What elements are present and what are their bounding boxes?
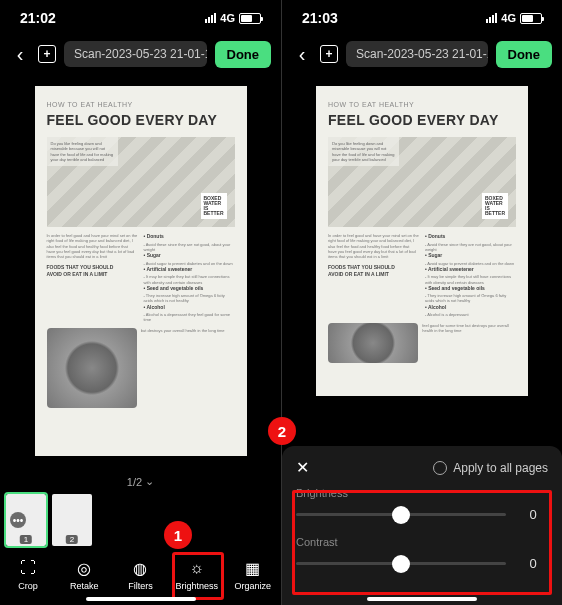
boxed-water-label: BOXED WATER IS BETTER [201,193,227,219]
retake-tool[interactable]: ◎Retake [59,558,109,591]
camera-icon: ◎ [74,558,94,578]
scanned-page: HOW TO EAT HEALTHY FEEL GOOD EVERY DAY D… [35,86,247,456]
document-preview[interactable]: HOW TO EAT HEALTHY FEEL GOOD EVERY DAY D… [282,72,562,446]
organize-icon: ▦ [243,558,263,578]
add-page-button[interactable]: + [320,45,338,63]
thumbnail-2[interactable]: 2 [52,494,92,546]
signal-icon [486,13,497,23]
apply-all-label: Apply to all pages [453,461,548,475]
back-button[interactable]: ‹ [292,43,312,66]
doc-subtitle: HOW TO EAT HEALTHY [328,100,516,109]
add-page-button[interactable]: + [38,45,56,63]
thumbnail-1[interactable]: ••• 1 [6,494,46,546]
thumbnail-strip: ••• 1 2 [0,490,281,550]
network-label: 4G [501,12,516,24]
scanned-page: HOW TO EAT HEALTHY FEEL GOOD EVERY DAY D… [316,86,528,396]
annotation-highlight-2 [292,490,552,595]
battery-icon [239,13,261,24]
annotation-badge-1: 1 [164,521,192,549]
status-time: 21:03 [302,10,338,26]
home-indicator[interactable] [86,597,196,601]
signal-icon [205,13,216,23]
filters-tool[interactable]: ◍Filters [115,558,165,591]
home-indicator[interactable] [367,597,477,601]
radio-icon [433,461,447,475]
status-indicators: 4G [205,12,261,24]
doc-subtitle: HOW TO EAT HEALTHY [47,100,235,109]
document-preview[interactable]: HOW TO EAT HEALTHY FEEL GOOD EVERY DAY D… [0,72,281,473]
back-button[interactable]: ‹ [10,43,30,66]
doc-title: FEEL GOOD EVERY DAY [328,111,516,129]
annotation-highlight-1 [172,552,224,600]
phone-right: 21:03 4G ‹ + Scan-2023-05-23 21-01-17 Do… [281,0,562,605]
doc-cup-image [47,328,137,408]
doc-title: FEEL GOOD EVERY DAY [47,111,235,129]
crop-icon: ⛶ [18,558,38,578]
top-bar: ‹ + Scan-2023-05-23 21-01-17 Done [0,36,281,72]
status-bar: 21:03 4G [282,0,562,36]
page-indicator[interactable]: 1/2⌄ [0,473,281,490]
doc-cup-image [328,323,418,363]
doc-hero-image: Do you like feeling down and miserable b… [328,137,516,227]
top-bar: ‹ + Scan-2023-05-23 21-01-17 Done [282,36,562,72]
crop-tool[interactable]: ⛶Crop [3,558,53,591]
brightness-panel: ✕ Apply to all pages Brightness 0 Contra… [282,446,562,605]
boxed-water-label: BOXED WATER IS BETTER [482,193,508,219]
chevron-down-icon: ⌄ [145,475,154,488]
status-time: 21:02 [20,10,56,26]
thumb-number: 1 [20,535,32,544]
thumb-number: 2 [66,535,78,544]
status-bar: 21:02 4G [0,0,281,36]
network-label: 4G [220,12,235,24]
status-indicators: 4G [486,12,542,24]
battery-icon [520,13,542,24]
done-button[interactable]: Done [496,41,553,68]
phone-left: 21:02 4G ‹ + Scan-2023-05-23 21-01-17 Do… [0,0,281,605]
thumbnail-menu-icon[interactable]: ••• [10,512,26,528]
document-title-field[interactable]: Scan-2023-05-23 21-01-17 [346,41,488,67]
annotation-badge-2: 2 [268,417,296,445]
done-button[interactable]: Done [215,41,272,68]
filters-icon: ◍ [130,558,150,578]
doc-hero-image: Do you like feeling down and miserable b… [47,137,235,227]
document-title-field[interactable]: Scan-2023-05-23 21-01-17 [64,41,207,67]
apply-all-toggle[interactable]: Apply to all pages [433,461,548,475]
close-panel-button[interactable]: ✕ [296,458,309,477]
organize-tool[interactable]: ▦Organize [228,558,278,591]
